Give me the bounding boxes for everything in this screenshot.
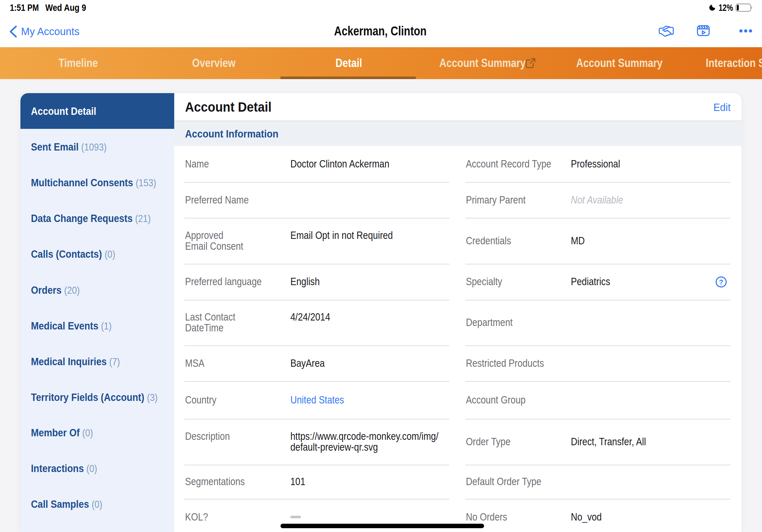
svg-text:?: ?: [719, 278, 723, 286]
